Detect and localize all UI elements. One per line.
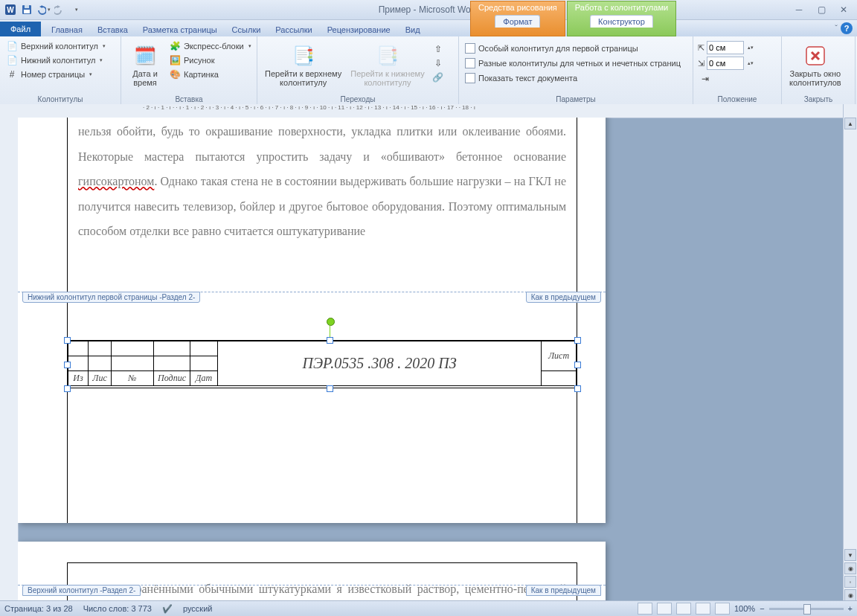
document-canvas[interactable]: нельзя обойти, будь то окрашивание повер… — [18, 118, 844, 601]
tab-references[interactable]: Ссылки — [225, 23, 269, 36]
tab-review[interactable]: Рецензирование — [320, 23, 398, 36]
chk-odd-even[interactable]: Разные колонтитулы для четных и нечетных… — [463, 57, 682, 69]
rotate-handle[interactable] — [327, 318, 335, 326]
status-language[interactable]: русский — [183, 604, 212, 613]
view-web-layout[interactable] — [676, 603, 691, 615]
group-close: Закрыть окно колонтитулов Закрыть — [782, 36, 856, 105]
group-label: Колонтитулы — [4, 94, 116, 103]
status-page[interactable]: Страница: 3 из 28 — [4, 604, 73, 613]
sel-handle[interactable] — [327, 385, 333, 392]
document-area: · 2 · ı · 1 · ı · · ı · 1 · ı · 2 · ı · … — [0, 104, 857, 601]
ribbon: 📄Верхний колонтитул▾ 📄Нижний колонтитул▾… — [0, 36, 857, 106]
previous-section-button[interactable]: ⇧ — [431, 42, 446, 56]
sel-handle[interactable] — [574, 362, 581, 368]
window-controls: ─ ▢ ✕ — [790, 4, 853, 15]
goto-footer-button[interactable]: 📑Перейти к нижнему колонтитулу — [347, 39, 427, 92]
header-label: Верхний колонтитул -Раздел 2- — [22, 585, 141, 596]
sel-handle[interactable] — [574, 385, 581, 392]
status-proofing-icon[interactable]: ✔️ — [162, 604, 173, 614]
redo-icon[interactable] — [52, 2, 67, 17]
tab-file[interactable]: Файл — [0, 22, 41, 36]
view-draft[interactable] — [715, 603, 730, 615]
prev-page-icon[interactable]: ◉ — [844, 562, 856, 574]
chk-first-page[interactable]: Особый колонтитул для первой страницы — [463, 42, 682, 54]
same-as-previous-label: Как в предыдущем — [526, 585, 601, 596]
sel-handle[interactable] — [64, 362, 71, 368]
window-title: Пример - Microsoft Word — [379, 4, 479, 15]
group-options: Особый колонтитул для первой страницы Ра… — [459, 36, 693, 105]
quick-parts-button[interactable]: 🧩Экспресс-блоки▾ — [167, 39, 253, 53]
maximize-button[interactable]: ▢ — [812, 4, 830, 15]
vertical-scrollbar[interactable]: ▲ ▼ ◉ ◦ ◉ — [843, 104, 857, 601]
date-time-button[interactable]: 🗓️Дата и время — [126, 39, 164, 92]
vertical-ruler[interactable] — [0, 104, 19, 601]
page-1: нельзя обойти, будь то окрашивание повер… — [18, 118, 606, 523]
view-print-layout[interactable] — [638, 603, 652, 615]
svg-rect-4 — [24, 10, 30, 13]
qat-more-icon[interactable]: ▾ — [68, 2, 83, 17]
scroll-up-icon[interactable]: ▲ — [844, 118, 856, 129]
header-button[interactable]: 📄Верхний колонтитул▾ — [4, 39, 107, 53]
undo-icon[interactable]: ▾ — [36, 2, 51, 17]
group-insert: 🗓️Дата и время 🧩Экспресс-блоки▾ 🖼️Рисуно… — [121, 36, 257, 105]
view-full-screen[interactable] — [657, 603, 672, 615]
title-bar: W ▾ ▾ Пример - Microsoft Word ─ ▢ ✕ — [0, 0, 857, 20]
view-outline[interactable] — [696, 603, 710, 615]
sel-handle[interactable] — [64, 337, 71, 344]
close-button[interactable]: ✕ — [835, 4, 853, 15]
minimize-ribbon-icon[interactable]: ˇ — [835, 24, 838, 33]
body-text: нельзя обойти, будь то окрашивание повер… — [68, 118, 577, 244]
footer-button[interactable]: 📄Нижний колонтитул▾ — [4, 54, 107, 67]
stamp-code: ПЭР.0535 .308 . 2020 ПЗ — [218, 341, 542, 386]
ribbon-tabs: Файл Главная Вставка Разметка страницы С… — [0, 20, 857, 36]
tab-design[interactable]: Конструктор — [590, 15, 653, 28]
scroll-down-icon[interactable]: ▼ — [844, 549, 856, 561]
word-icon[interactable]: W — [3, 2, 18, 17]
next-section-button[interactable]: ⇩ — [431, 57, 446, 70]
group-label: Положение — [698, 94, 777, 103]
svg-text:W: W — [7, 6, 14, 14]
zoom-in-icon[interactable]: + — [848, 604, 853, 613]
sel-handle[interactable] — [574, 337, 581, 344]
tab-insert[interactable]: Вставка — [90, 23, 135, 36]
group-label: Вставка — [126, 94, 252, 103]
stamp-list-label: Лист — [542, 341, 577, 371]
minimize-button[interactable]: ─ — [790, 4, 808, 15]
ctx-hf-title: Работа с колонтитулами — [575, 3, 668, 12]
tab-mailings[interactable]: Рассылки — [268, 23, 319, 36]
browse-object-icon[interactable]: ◦ — [844, 576, 856, 588]
ctx-header-footer-tools: Работа с колонтитулами Конструктор — [567, 1, 676, 36]
sel-handle[interactable] — [64, 385, 71, 392]
sel-handle[interactable] — [327, 337, 333, 344]
status-words[interactable]: Число слов: 3 773 — [83, 604, 152, 613]
chk-show-doc-text[interactable]: Показать текст документа — [463, 72, 682, 84]
page-number-button[interactable]: #Номер страницы▾ — [4, 68, 107, 81]
goto-header-button[interactable]: 📑Перейти к верхнему колонтитулу — [262, 39, 344, 92]
tab-home[interactable]: Главная — [44, 23, 90, 36]
group-label: Переходы — [262, 94, 454, 103]
link-previous-button[interactable]: 🔗 — [431, 71, 446, 84]
footer-from-bottom[interactable]: ⇲▴▾ — [698, 57, 754, 70]
svg-rect-3 — [25, 5, 29, 8]
picture-button[interactable]: 🖼️Рисунок — [167, 54, 253, 67]
tab-layout[interactable]: Разметка страницы — [135, 23, 225, 36]
close-hf-button[interactable]: Закрыть окно колонтитулов — [786, 39, 844, 92]
status-bar: Страница: 3 из 28 Число слов: 3 773 ✔️ р… — [0, 600, 857, 616]
help-area: ˇ ? — [835, 22, 853, 34]
horizontal-ruler[interactable]: · 2 · ı · 1 · ı · · ı · 1 · ı · 2 · ı · … — [18, 104, 844, 118]
zoom-level[interactable]: 100% — [734, 604, 755, 613]
zoom-slider[interactable] — [769, 608, 844, 610]
next-page-icon[interactable]: ◉ — [844, 589, 856, 601]
group-label: Закрыть — [786, 94, 850, 103]
insert-alignment-tab[interactable]: ⇥ — [698, 72, 754, 86]
stamp-frame[interactable]: ПЭР.0535 .308 . 2020 ПЗ Лист ИзЛис№Подпи… — [67, 340, 577, 388]
group-navigation: 📑Перейти к верхнему колонтитулу 📑Перейти… — [257, 36, 459, 105]
zoom-out-icon[interactable]: − — [760, 604, 764, 613]
clipart-button[interactable]: 🎨Картинка — [167, 68, 253, 81]
page-2: и распространёнными обычными штукатуркам… — [18, 542, 606, 601]
tab-view[interactable]: Вид — [398, 23, 428, 36]
save-icon[interactable] — [19, 2, 34, 17]
header-from-top[interactable]: ⇱▴▾ — [698, 41, 754, 54]
help-icon[interactable]: ? — [841, 22, 853, 34]
tab-format[interactable]: Формат — [495, 15, 540, 28]
